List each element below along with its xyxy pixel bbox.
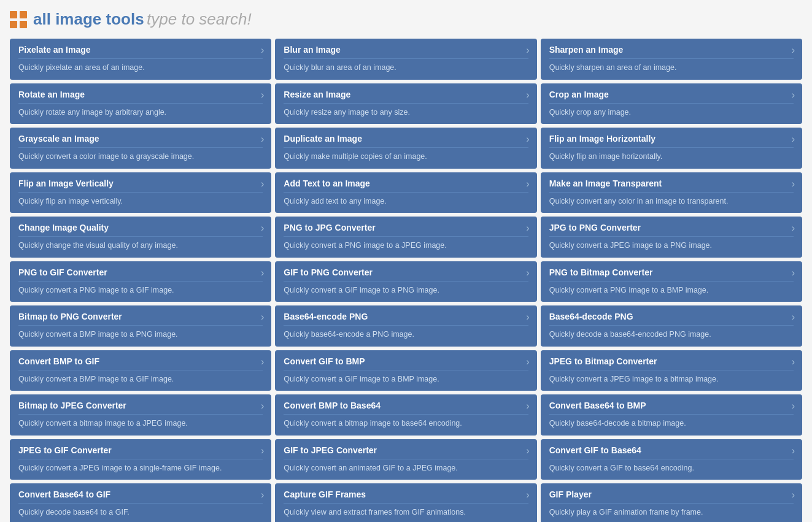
tool-desc: Quickly convert a BMP image to a PNG ima… — [18, 329, 263, 340]
tool-card[interactable]: ›Make an Image TransparentQuickly conver… — [541, 172, 802, 213]
chevron-right-icon: › — [526, 489, 529, 501]
tool-title: Convert GIF to Base64 — [549, 445, 794, 455]
card-divider — [284, 414, 528, 415]
tool-desc: Quickly play a GIF animation frame by fr… — [549, 507, 794, 518]
card-divider — [18, 370, 263, 370]
tool-card[interactable]: ›Convert Base64 to GIFQuickly decode bas… — [10, 483, 271, 522]
tool-title: JPEG to GIF Converter — [18, 445, 263, 455]
tool-card[interactable]: ›GIF PlayerQuickly play a GIF animation … — [541, 483, 802, 522]
chevron-right-icon: › — [261, 45, 264, 56]
grid-logo-icon — [10, 11, 27, 28]
chevron-right-icon: › — [792, 401, 795, 412]
tool-desc: Quickly convert a PNG image to a BMP ima… — [549, 285, 794, 296]
tool-title: Sharpen an Image — [549, 45, 794, 55]
tool-card[interactable]: ›GIF to JPEG ConverterQuickly convert an… — [275, 439, 536, 480]
tool-title: Make an Image Transparent — [549, 178, 794, 188]
card-divider — [549, 325, 794, 326]
tool-card[interactable]: ›Convert GIF to Base64Quickly convert a … — [541, 439, 802, 480]
tool-card[interactable]: ›JPEG to GIF ConverterQuickly convert a … — [10, 439, 271, 480]
tool-card[interactable]: ›JPEG to Bitmap ConverterQuickly convert… — [541, 350, 802, 391]
tool-card[interactable]: ›Base64-encode PNGQuickly base64-encode … — [275, 305, 536, 347]
tool-desc: Quickly convert a GIF image to a BMP ima… — [284, 374, 528, 385]
tool-card[interactable]: ›PNG to Bitmap ConverterQuickly convert … — [541, 261, 802, 302]
tool-desc: Quickly convert a JPEG image to a bitmap… — [549, 374, 794, 385]
tool-desc: Quickly change the visual quality of any… — [18, 240, 263, 251]
tool-title: Base64-encode PNG — [284, 312, 528, 321]
page-title: all image tools type to search! — [33, 10, 252, 29]
card-divider — [18, 58, 263, 59]
chevron-right-icon: › — [792, 445, 795, 456]
tool-card[interactable]: ›Capture GIF FramesQuickly view and extr… — [275, 483, 536, 522]
tool-card[interactable]: ›Duplicate an ImageQuickly make multiple… — [275, 128, 536, 169]
card-divider — [284, 147, 528, 148]
tool-desc: Quickly view and extract frames from GIF… — [284, 507, 528, 518]
tool-title: PNG to JPG Converter — [284, 223, 528, 232]
tool-card[interactable]: ›Sharpen an ImageQuickly sharpen an area… — [541, 39, 802, 80]
svg-rect-1 — [20, 11, 27, 18]
tool-title: GIF to PNG Converter — [284, 267, 528, 277]
tool-desc: Quickly flip an image horizontally. — [549, 152, 794, 163]
card-divider — [18, 281, 263, 282]
tool-card[interactable]: ›Pixelate an ImageQuickly pixelate an ar… — [10, 39, 271, 80]
tool-desc: Quickly convert a PNG image to a JPEG im… — [284, 240, 528, 251]
card-divider — [549, 236, 794, 237]
tool-title: Crop an Image — [549, 90, 794, 99]
tool-card[interactable]: ›Change Image QualityQuickly change the … — [10, 217, 271, 258]
chevron-right-icon: › — [261, 178, 264, 190]
card-divider — [284, 459, 528, 459]
tool-desc: Quickly base64-decode a bitmap image. — [549, 418, 794, 429]
chevron-right-icon: › — [792, 45, 795, 56]
tool-card[interactable]: ›Flip an Image VerticallyQuickly flip an… — [10, 172, 271, 213]
chevron-right-icon: › — [792, 489, 795, 501]
tool-title: Convert GIF to BMP — [284, 356, 528, 366]
tool-card[interactable]: ›Convert BMP to GIFQuickly convert a BMP… — [10, 350, 271, 391]
tool-title: Flip an Image Vertically — [18, 178, 263, 188]
tools-grid: ›Pixelate an ImageQuickly pixelate an ar… — [10, 39, 802, 522]
tool-card[interactable]: ›Flip an Image HorizontallyQuickly flip … — [541, 128, 802, 169]
tool-card[interactable]: ›Convert GIF to BMPQuickly convert a GIF… — [275, 350, 536, 391]
card-divider — [284, 325, 528, 326]
tool-card[interactable]: ›Crop an ImageQuickly crop any image. — [541, 83, 802, 125]
tool-card[interactable]: ›Convert Base64 to BMPQuickly base64-dec… — [541, 394, 802, 436]
tool-card[interactable]: ›Bitmap to JPEG ConverterQuickly convert… — [10, 394, 271, 436]
tool-title: Flip an Image Horizontally — [549, 134, 794, 144]
tool-desc: Quickly convert a bitmap image to a JPEG… — [18, 418, 263, 429]
card-divider — [549, 503, 794, 504]
card-divider — [549, 192, 794, 193]
card-divider — [549, 58, 794, 59]
tool-title: Convert Base64 to GIF — [18, 489, 263, 499]
chevron-right-icon: › — [792, 90, 795, 101]
tool-card[interactable]: ›Rotate an ImageQuickly rotate any image… — [10, 83, 271, 125]
tool-title: Base64-decode PNG — [549, 312, 794, 321]
tool-title: Grayscale an Image — [18, 134, 263, 144]
tool-card[interactable]: ›Grayscale an ImageQuickly convert a col… — [10, 128, 271, 169]
card-divider — [284, 503, 528, 504]
tool-desc: Quickly convert a BMP image to a GIF ima… — [18, 374, 263, 385]
tool-card[interactable]: ›Base64-decode PNGQuickly decode a base6… — [541, 305, 802, 347]
tool-title: PNG to Bitmap Converter — [549, 267, 794, 277]
tool-desc: Quickly convert an animated GIF to a JPE… — [284, 463, 528, 474]
tool-desc: Quickly convert a GIF image to a PNG ima… — [284, 285, 528, 296]
card-divider — [18, 325, 263, 326]
tool-card[interactable]: ›Convert BMP to Base64Quickly convert a … — [275, 394, 536, 436]
tool-title: Convert Base64 to BMP — [549, 401, 794, 410]
tool-title: Bitmap to JPEG Converter — [18, 401, 263, 410]
tool-card[interactable]: ›Blur an ImageQuickly blur an area of an… — [275, 39, 536, 80]
tool-card[interactable]: ›Bitmap to PNG ConverterQuickly convert … — [10, 305, 271, 347]
tool-card[interactable]: ›PNG to GIF ConverterQuickly convert a P… — [10, 261, 271, 302]
tool-card[interactable]: ›JPG to PNG ConverterQuickly convert a J… — [541, 217, 802, 258]
tool-card[interactable]: ›Add Text to an ImageQuickly add text to… — [275, 172, 536, 213]
chevron-right-icon: › — [261, 356, 264, 367]
page-header: all image tools type to search! — [10, 10, 802, 29]
tool-card[interactable]: ›PNG to JPG ConverterQuickly convert a P… — [275, 217, 536, 258]
tool-desc: Quickly sharpen an area of an image. — [549, 63, 794, 74]
chevron-right-icon: › — [792, 267, 795, 278]
tool-card[interactable]: ›GIF to PNG ConverterQuickly convert a G… — [275, 261, 536, 302]
tool-card[interactable]: ›Resize an ImageQuickly resize any image… — [275, 83, 536, 125]
card-divider — [284, 103, 528, 104]
tool-title: Pixelate an Image — [18, 45, 263, 55]
chevron-right-icon: › — [792, 312, 795, 323]
tool-desc: Quickly decode a base64-encoded PNG imag… — [549, 329, 794, 340]
chevron-right-icon: › — [526, 178, 529, 190]
tool-title: Add Text to an Image — [284, 178, 528, 188]
